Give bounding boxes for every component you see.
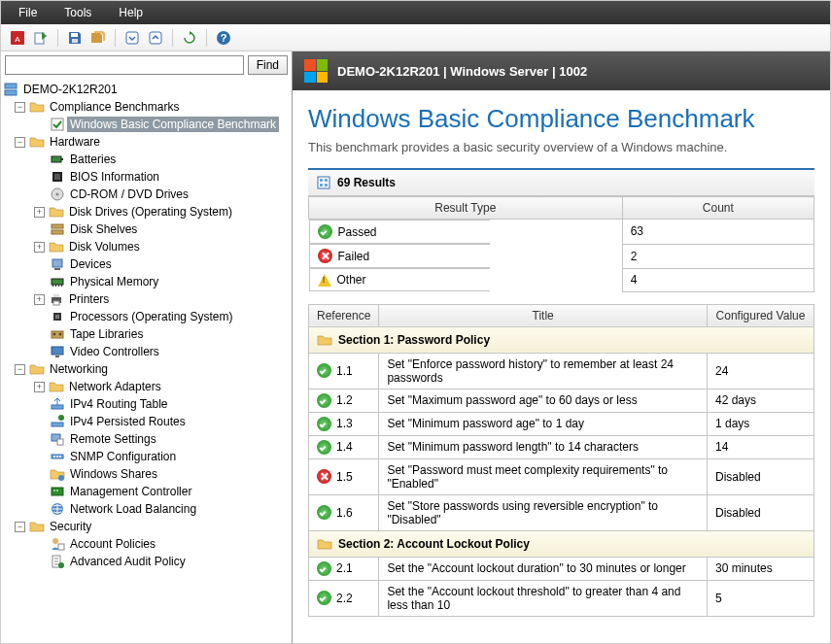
svg-point-39 (58, 415, 64, 421)
summary-row[interactable]: Other4 (309, 268, 814, 291)
tree-shares[interactable]: Windows Shares (3, 465, 292, 483)
tree-hardware[interactable]: −Hardware (3, 133, 292, 151)
tree[interactable]: DEMO-2K12R201 −Compliance Benchmarks Win… (1, 79, 292, 643)
svg-rect-18 (52, 224, 63, 228)
save-icon[interactable] (64, 27, 86, 49)
content-body: Windows Basic Compliance Benchmark This … (293, 90, 830, 643)
help-icon[interactable]: ? (213, 27, 234, 49)
menu-help[interactable]: Help (105, 3, 156, 22)
fail-icon (318, 249, 332, 263)
tree-accpol[interactable]: Account Policies (3, 535, 292, 553)
detail-row[interactable]: 2.1Set the "Account lockout duration" to… (309, 557, 814, 580)
summary-table: Result Type Count Passed63Failed2Other4 (308, 196, 814, 292)
tree-processors[interactable]: Processors (Operating System) (3, 308, 292, 325)
tree-netadapters[interactable]: +Network Adapters (3, 378, 292, 395)
svg-point-17 (56, 193, 59, 196)
folder-icon (317, 536, 332, 552)
menu-file[interactable]: File (5, 3, 51, 22)
results-header: 69 Results (308, 168, 814, 196)
tree-tape[interactable]: Tape Libraries (3, 325, 292, 343)
svg-point-51 (52, 538, 58, 544)
detail-row[interactable]: 1.2Set "Maximum password age" to 60 days… (309, 389, 814, 412)
svg-rect-38 (52, 423, 63, 426)
svg-point-43 (53, 456, 55, 458)
collapse-icon[interactable]: − (15, 522, 25, 532)
row-value: 1 days (708, 412, 814, 435)
tree-physmem[interactable]: Physical Memory (3, 273, 292, 290)
svg-rect-26 (61, 285, 62, 287)
tree-networking[interactable]: −Networking (3, 360, 292, 378)
section-row[interactable]: Section 1: Password Policy (309, 326, 814, 353)
svg-rect-11 (52, 119, 63, 130)
tree-diskshelves[interactable]: Disk Shelves (3, 220, 292, 238)
find-button[interactable]: Find (248, 55, 288, 75)
detail-row[interactable]: 2.2Set the "Account lockout threshold" t… (309, 580, 814, 616)
expand-icon[interactable]: + (34, 382, 45, 392)
routing-icon (50, 396, 65, 412)
benchmark-icon (50, 117, 65, 132)
nlb-icon (50, 501, 65, 517)
tree-diskvolumes[interactable]: +Disk Volumes (3, 238, 292, 255)
toolbar: A ? (1, 24, 830, 51)
svg-rect-29 (53, 301, 59, 305)
tree-compliance-item[interactable]: Windows Basic Compliance Benchmark (3, 116, 292, 133)
tree-security[interactable]: −Security (3, 518, 292, 535)
pass-icon (317, 505, 331, 520)
col-count: Count (622, 197, 814, 220)
tree-bios[interactable]: BIOS Information (3, 168, 292, 186)
page-description: This benchmark provides a basic security… (308, 140, 814, 154)
tree-root[interactable]: DEMO-2K12R201 (3, 81, 292, 98)
detail-row[interactable]: 1.3Set "Minimum password age" to 1 day1 … (309, 412, 814, 435)
search-input[interactable] (5, 55, 244, 75)
summary-row[interactable]: Passed63 (309, 220, 814, 245)
collapse-all-icon[interactable] (145, 27, 166, 49)
detail-row[interactable]: 1.4Set "Minimum password length" to 14 c… (309, 435, 814, 458)
menu-tools[interactable]: Tools (51, 3, 105, 22)
tree-advaudit[interactable]: Advanced Audit Policy (3, 553, 292, 570)
collapse-icon[interactable]: − (15, 364, 25, 375)
svg-point-45 (59, 456, 61, 458)
tree-remote[interactable]: Remote Settings (3, 430, 292, 448)
expand-icon[interactable]: + (34, 207, 45, 218)
svg-rect-35 (52, 347, 63, 355)
pdf-icon[interactable]: A (7, 27, 28, 49)
expand-all-icon[interactable] (121, 27, 143, 49)
collapse-icon[interactable]: − (15, 102, 25, 113)
summary-count: 4 (622, 268, 814, 291)
chip-icon (50, 169, 65, 185)
tree-compliance[interactable]: −Compliance Benchmarks (3, 98, 292, 116)
detail-row[interactable]: 1.1Set "Enforce password history" to rem… (309, 353, 814, 389)
section-row[interactable]: Section 2: Account Lockout Policy (309, 530, 814, 557)
tree-ipv4pr[interactable]: IPv4 Persisted Routes (3, 413, 292, 430)
tree-nlb[interactable]: Network Load Balancing (3, 500, 292, 518)
tree-mgmt[interactable]: Management Controller (3, 483, 292, 500)
row-value: 30 minutes (708, 557, 814, 580)
save-multi-icon[interactable] (87, 27, 109, 49)
ref-value: 1.6 (336, 506, 353, 520)
tree-snmp[interactable]: SNMP Configuration (3, 448, 292, 465)
svg-rect-6 (150, 32, 161, 44)
tree-diskdrives[interactable]: +Disk Drives (Operating System) (3, 203, 292, 220)
tree-cdrom[interactable]: CD-ROM / DVD Drives (3, 186, 292, 203)
export-icon[interactable] (30, 27, 52, 49)
tree-printers[interactable]: +Printers (3, 290, 292, 308)
detail-row[interactable]: 1.5Set "Password must meet complexity re… (309, 458, 814, 494)
svg-point-34 (59, 333, 62, 336)
collapse-icon[interactable]: − (15, 137, 25, 148)
page-title: Windows Basic Compliance Benchmark (308, 104, 814, 134)
battery-icon (50, 152, 65, 167)
expand-icon[interactable]: + (34, 294, 45, 305)
tree-batteries[interactable]: Batteries (3, 151, 292, 168)
tree-devices[interactable]: Devices (3, 255, 292, 273)
ref-value: 2.1 (336, 561, 353, 575)
svg-rect-21 (54, 268, 60, 270)
device-icon (50, 256, 65, 272)
summary-row[interactable]: Failed2 (309, 244, 814, 268)
tree-video[interactable]: Video Controllers (3, 343, 292, 360)
expand-icon[interactable]: + (34, 242, 45, 253)
summary-label: Failed (338, 250, 370, 263)
col-title: Title (379, 304, 708, 326)
refresh-icon[interactable] (179, 27, 200, 49)
tree-ipv4rt[interactable]: IPv4 Routing Table (3, 395, 292, 413)
detail-row[interactable]: 1.6Set "Store passwords using reversible… (309, 494, 814, 530)
